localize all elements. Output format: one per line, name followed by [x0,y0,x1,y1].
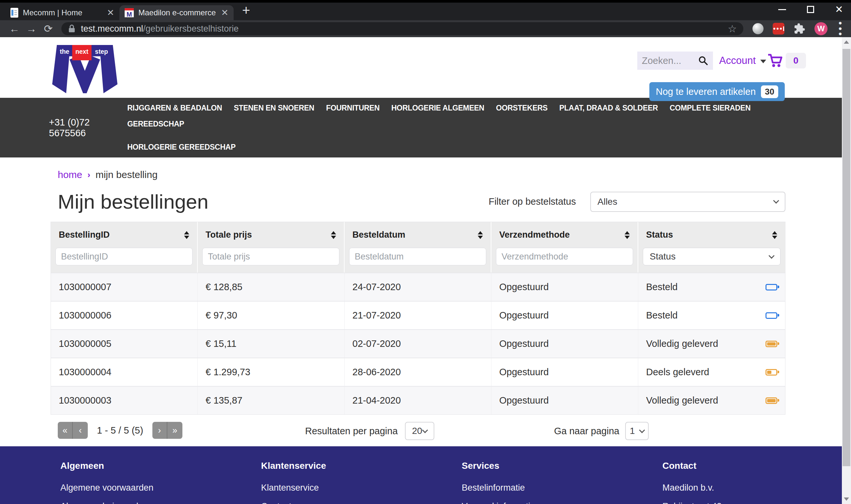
pagination-range: 1 - 5 / 5 (5) [97,425,143,436]
profile-avatar[interactable]: W [814,22,828,35]
filter-input-verzendmethode[interactable] [496,248,633,265]
sort-icon[interactable] [625,231,630,239]
nav-item-rijggaren[interactable]: RIJGGAREN & BEADALON [127,104,222,112]
order-method: Opgestuurd [491,302,638,329]
table-row[interactable]: 1030000003 € 135,87 21-04-2020 Opgestuur… [51,386,785,414]
maximize-button[interactable] [807,6,814,13]
tab-maedilon-orders[interactable]: M Maedilon e-commerce | Mijn bes ✕ [119,5,233,20]
breadcrumb-current: mijn bestelling [95,169,158,180]
footer-link[interactable]: Bestelinformatie [462,483,662,493]
scrollbar-thumb[interactable] [843,49,850,466]
breadcrumb-home-link[interactable]: home [58,169,82,180]
order-method: Opgestuurd [491,273,638,301]
search-input[interactable] [642,55,698,66]
tab-mecomm-home[interactable]: Mecomm | Home ✕ [5,5,119,20]
extensions-puzzle-icon[interactable] [794,23,805,35]
cart-widget[interactable]: 0 [767,53,806,69]
pending-items-button[interactable]: Nog te leveren artikelen 30 [649,82,785,101]
nav-item-horlogerie-gereedschap[interactable]: HORLOGERIE GEREEDSCHAP [127,143,236,151]
minimize-button[interactable] [778,9,786,10]
table-row[interactable]: 1030000006 € 97,30 21-07-2020 Opgestuurd… [51,301,785,329]
search-icon[interactable] [698,55,708,66]
nav-item-fournituren[interactable]: FOURNITUREN [326,104,380,112]
chevron-down-icon [422,427,428,433]
pending-items-count: 30 [761,85,778,98]
scroll-up-icon[interactable] [842,37,851,47]
back-icon[interactable]: ← [6,23,23,35]
url-path: /gebruikersbestelhistorie [143,24,239,34]
nav-item-gereedschap[interactable]: GEREEDSCHAP [127,120,184,128]
close-tab-icon[interactable]: ✕ [221,7,228,18]
filter-input-besteldatum[interactable] [349,248,486,265]
sort-icon[interactable] [478,231,483,239]
site-footer: Algemeen Algemene voorwaarden Algemene h… [0,446,842,504]
order-id: 1030000005 [51,330,198,358]
table-row[interactable]: 1030000004 € 1.299,73 28-06-2020 Opgestu… [51,358,785,386]
goto-page-select[interactable]: 1 [625,422,649,440]
sort-icon[interactable] [772,231,777,239]
account-label: Account [719,55,756,67]
footer-contact-line: Maedilon b.v. [662,483,842,493]
table-filter-row: Status [51,248,785,272]
filter-select-status[interactable]: Status [643,248,781,265]
column-header-status[interactable]: Status [638,222,785,248]
site-header: the next step Account 0 Nog te leveren [0,37,842,98]
prev-page-button[interactable]: ‹ [73,422,88,439]
order-status: Volledig geleverd [646,395,718,406]
order-date: 21-04-2020 [345,386,491,414]
browser-toolbar: ← → ⟳ test.mecomm.nl/gebruikersbestelhis… [0,20,851,37]
new-tab-button[interactable]: + [242,3,250,20]
sort-icon[interactable] [184,231,189,239]
nav-item-plaat-draad[interactable]: PLAAT, DRAAD & SOLDEER [559,104,658,112]
browser-menu-icon[interactable]: ••• [835,20,845,37]
order-status: Besteld [646,310,678,321]
column-header-bestellingid[interactable]: BestellingID [51,222,198,248]
first-page-button[interactable]: « [58,422,73,439]
footer-link[interactable]: Klantenservice [261,483,462,493]
per-page-select[interactable]: 20 [405,422,434,440]
account-menu[interactable]: Account [719,55,766,67]
lastpass-extension-icon[interactable] [773,23,784,35]
svg-text:the: the [60,48,69,55]
address-bar[interactable]: test.mecomm.nl/gebruikersbestelhistorie … [62,22,743,35]
next-page-button[interactable]: › [152,422,168,439]
scroll-down-icon[interactable] [842,494,851,504]
chevron-down-icon [760,60,766,63]
nav-item-stenen[interactable]: STENEN EN SNOEREN [233,104,314,112]
nav-item-horlogerie-algemeen[interactable]: HORLOGERIE ALGEMEEN [391,104,484,112]
main-navigation: +31 (0)72 5675566 RIJGGAREN & BEADALON S… [0,98,842,158]
chevron-down-icon [773,198,779,203]
maedilon-favicon: M [125,8,134,17]
footer-link[interactable]: Verzend informatie [462,501,662,504]
sort-icon[interactable] [331,231,336,239]
filter-input-bestellingid[interactable] [55,248,192,265]
window-close-button[interactable]: ✕ [835,4,843,14]
nav-item-oorstekers[interactable]: OORSTEKERS [496,104,548,112]
filter-input-totale-prijs[interactable] [202,248,340,265]
order-date: 02-07-2020 [345,330,491,358]
order-id: 1030000006 [51,302,198,329]
search-box[interactable] [637,52,713,70]
footer-link[interactable]: Algemene voorwaarden [60,483,261,493]
page-scrollbar[interactable] [842,37,851,504]
maedilon-logo[interactable]: the next step [51,45,119,93]
order-status-battery-icon [765,341,777,347]
table-row[interactable]: 1030000005 € 15,11 02-07-2020 Opgestuurd… [51,329,785,358]
status-filter-select[interactable]: Alles [590,192,785,212]
url-host: test.mecomm.nl [81,24,143,34]
last-page-button[interactable]: » [168,422,183,439]
forward-icon[interactable]: → [23,23,40,35]
nav-item-complete-sieraden[interactable]: COMPLETE SIERADEN [670,104,750,112]
extension-circle-icon[interactable] [752,23,764,34]
column-header-totale-prijs[interactable]: Totale prijs [198,222,345,248]
footer-link[interactable]: Algemene huisregels [60,501,261,504]
cart-icon[interactable] [767,53,783,68]
table-row[interactable]: 1030000007 € 128,85 24-07-2020 Opgestuur… [51,272,785,301]
page-title: Mijn bestellingen [58,190,209,213]
column-header-besteldatum[interactable]: Besteldatum [345,222,491,248]
close-tab-icon[interactable]: ✕ [107,7,114,18]
reload-icon[interactable]: ⟳ [40,22,57,35]
footer-link[interactable]: Contact [261,501,462,504]
column-header-verzendmethode[interactable]: Verzendmethode [491,222,638,248]
bookmark-star-icon[interactable]: ☆ [728,23,737,35]
